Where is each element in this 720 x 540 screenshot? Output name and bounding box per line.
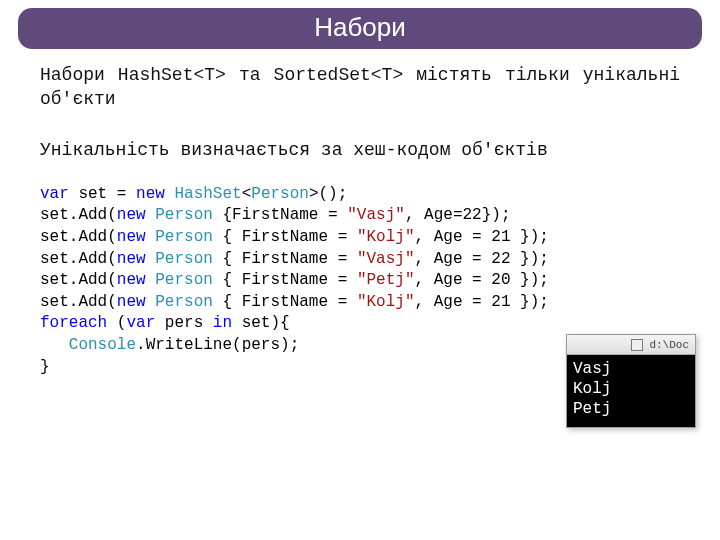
console-body: Vasj Kolj Petj: [567, 355, 695, 427]
cmd-icon: [631, 339, 643, 351]
console-output-window: d:\Doc Vasj Kolj Petj: [566, 334, 696, 428]
console-titlebar: d:\Doc: [567, 335, 695, 355]
slide-title-text: Набори: [314, 12, 406, 42]
slide-title: Набори: [18, 8, 702, 49]
paragraph-uniqueness: Унікальність визначається за хеш-кодом о…: [40, 138, 680, 162]
paragraph-sets-intro: Набори HashSet<T> та SortedSet<T> містят…: [40, 63, 680, 112]
console-title-text: d:\Doc: [649, 339, 689, 351]
